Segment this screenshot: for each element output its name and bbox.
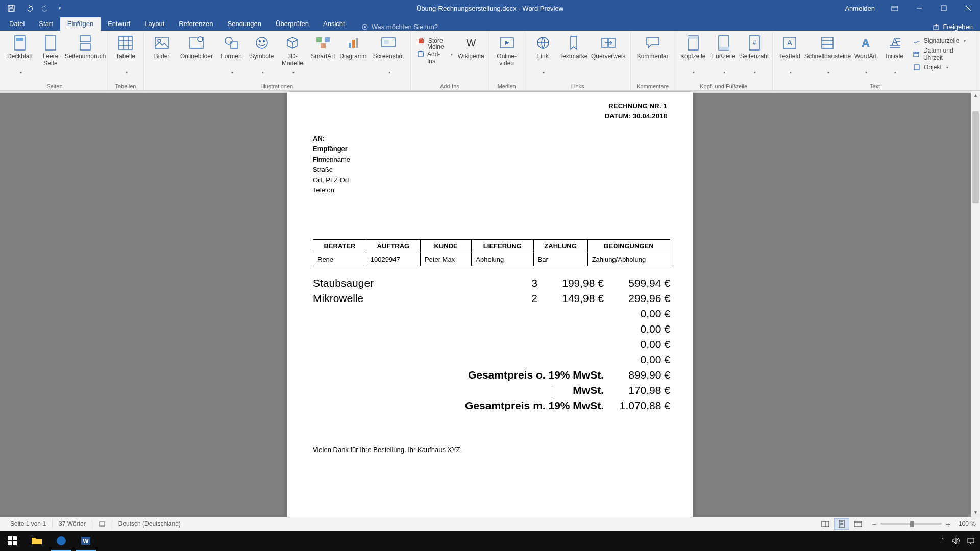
volume-icon[interactable] (951, 537, 960, 544)
svg-text:W: W (466, 37, 476, 48)
kopfzeile-button[interactable]: Kopfzeile (678, 33, 708, 75)
screenshot-button[interactable]: Screenshot (370, 33, 407, 75)
tab-start[interactable]: Start (32, 17, 60, 31)
redo-button[interactable] (38, 1, 54, 15)
tabelle-button[interactable]: Tabelle (111, 33, 140, 75)
signin-button[interactable]: Anmelden (838, 0, 882, 16)
wikipedia-button[interactable]: WWikipedia (457, 33, 485, 68)
bilder-button[interactable]: Bilder (147, 33, 177, 68)
taskbar-word[interactable]: W (74, 531, 98, 551)
taskbar-file-explorer[interactable] (24, 531, 49, 551)
status-language[interactable]: Deutsch (Deutschland) (112, 519, 187, 529)
signaturzeile-button[interactable]: Signaturzeile (910, 35, 974, 47)
scroll-down-arrow[interactable]: ▼ (971, 508, 980, 517)
ribbon-tabs: Datei Start Einfügen Entwurf Layout Refe… (0, 16, 980, 31)
tab-ansicht[interactable]: Ansicht (316, 17, 352, 31)
tab-layout[interactable]: Layout (137, 17, 172, 31)
formen-button[interactable]: Formen (216, 33, 246, 75)
status-wordcount[interactable]: 37 Wörter (53, 519, 92, 529)
svg-rect-65 (968, 538, 974, 543)
diagramm-button[interactable]: Diagramm (339, 33, 369, 68)
svg-rect-26 (321, 43, 326, 48)
line-item: 0,00 € (313, 337, 670, 352)
view-read-mode[interactable] (818, 518, 833, 530)
zoom-controls: − + 100 % (872, 520, 976, 529)
zoom-slider[interactable] (880, 523, 942, 525)
meine-addins-button[interactable]: Meine Add-Ins (414, 48, 456, 60)
thank-you-text: Vielen Dank für Ihre Bestellung. Ihr Kau… (313, 446, 667, 454)
tell-me-search[interactable]: Was möchten Sie tun? (361, 23, 438, 31)
tab-sendungen[interactable]: Sendungen (220, 17, 269, 31)
svg-rect-50 (914, 52, 919, 57)
onlinevideo-button[interactable]: Online-video (492, 33, 522, 68)
svg-rect-12 (80, 44, 90, 50)
3d-modelle-button[interactable]: 3D-Modelle (278, 33, 307, 75)
ribbon-display-options[interactable] (883, 0, 906, 16)
tab-ueberpruefen[interactable]: Überprüfen (268, 17, 316, 31)
svg-rect-56 (839, 520, 844, 528)
tab-einfuegen[interactable]: Einfügen (60, 17, 101, 31)
line-item: 0,00 € (313, 306, 670, 321)
system-tray[interactable]: ˄ (941, 537, 980, 544)
wordart-button[interactable]: AWordArt (851, 33, 879, 75)
tab-entwurf[interactable]: Entwurf (101, 17, 137, 31)
symbole-button[interactable]: Symbole (247, 33, 277, 75)
view-switcher: − + 100 % (818, 518, 976, 530)
recipient-address: AN: Empfänger Firmenname Straße Ort, PLZ… (313, 134, 667, 195)
link-button[interactable]: Link (528, 33, 558, 75)
text-cursor (552, 386, 552, 396)
tell-me-placeholder: Was möchten Sie tun? (372, 23, 438, 31)
maximize-button[interactable] (932, 0, 955, 16)
save-button[interactable] (3, 1, 19, 15)
kommentar-button[interactable]: Kommentar (634, 33, 672, 68)
onlinebilder-button[interactable]: Onlinebilder (178, 33, 215, 68)
deckblatt-button[interactable]: Deckblatt (5, 33, 35, 75)
document-page[interactable]: RECHNUNG NR. 1 DATUM: 30.04.2018 AN: Emp… (287, 92, 693, 517)
svg-rect-10 (45, 36, 56, 50)
scroll-up-arrow[interactable]: ▲ (971, 91, 980, 100)
svg-text:A: A (862, 37, 870, 49)
vertical-scrollbar[interactable]: ▲ ▼ (971, 91, 980, 517)
scroll-thumb[interactable] (972, 111, 979, 203)
notifications-icon[interactable] (967, 537, 975, 544)
textmarke-button[interactable]: Textmarke (559, 33, 589, 68)
view-web-layout[interactable] (850, 518, 866, 530)
objekt-button[interactable]: Objekt (910, 61, 974, 73)
datum-uhrzeit-button[interactable]: Datum und Uhrzeit (910, 48, 974, 60)
undo-button[interactable] (20, 1, 37, 15)
schnellbausteine-button[interactable]: Schnellbausteine (804, 33, 850, 75)
smartart-button[interactable]: SmartArt (308, 33, 338, 68)
svg-rect-24 (316, 37, 322, 42)
minimize-button[interactable] (908, 0, 931, 16)
svg-rect-33 (418, 52, 423, 57)
tray-overflow-icon[interactable]: ˄ (941, 537, 944, 544)
svg-text:W: W (83, 538, 89, 545)
tab-datei[interactable]: Datei (2, 17, 32, 31)
status-page[interactable]: Seite 1 von 1 (4, 519, 53, 529)
svg-rect-25 (325, 37, 330, 42)
querverweis-button[interactable]: Querverweis (590, 33, 627, 68)
textfeld-button[interactable]: ATextfeld (776, 33, 804, 75)
start-button[interactable] (0, 531, 24, 551)
zoom-out-button[interactable]: − (872, 520, 876, 529)
window-title: Übung-Rechnungserstellung.docx - Word Pr… (416, 5, 564, 12)
group-kommentare: Kommentar Kommentare (631, 32, 675, 90)
fusszeile-button[interactable]: Fußzeile (709, 33, 739, 75)
zoom-in-button[interactable]: + (946, 520, 950, 529)
zoom-level[interactable]: 100 % (959, 520, 976, 528)
initiale-button[interactable]: AInitiale (880, 33, 909, 75)
view-print-layout[interactable] (834, 518, 849, 530)
svg-rect-28 (352, 40, 355, 48)
seitenzahl-button[interactable]: #Seitenzahl (740, 33, 769, 75)
status-spellcheck-icon[interactable] (92, 519, 112, 529)
qat-customize[interactable]: ▾ (55, 1, 64, 15)
share-button[interactable]: Freigeben (933, 23, 980, 31)
taskbar-edge[interactable] (49, 531, 74, 551)
close-button[interactable] (957, 0, 980, 16)
tab-referenzen[interactable]: Referenzen (172, 17, 220, 31)
svg-text:A: A (787, 39, 792, 47)
svg-rect-57 (854, 521, 862, 527)
leere-seite-button[interactable]: Leere Seite (36, 33, 65, 68)
line-item: 0,00 € (313, 321, 670, 337)
seitenumbruch-button[interactable]: Seitenumbruch (66, 33, 104, 68)
